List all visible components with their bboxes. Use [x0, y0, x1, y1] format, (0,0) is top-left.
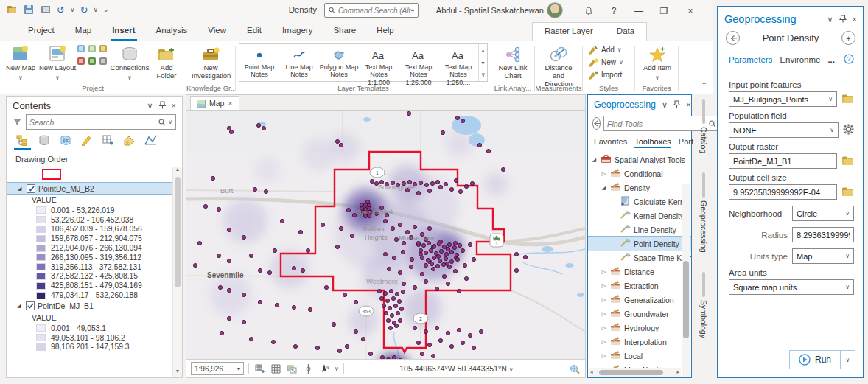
- tool-pane-close-icon[interactable]: ×: [853, 15, 857, 24]
- distance-direction-button[interactable]: Distance and Direction: [539, 43, 578, 88]
- tree-expander-icon[interactable]: ▷: [601, 353, 607, 359]
- tool-tab-parameters[interactable]: Parameters: [729, 55, 772, 64]
- boundary-layer-symbol[interactable]: [42, 169, 61, 180]
- output-cell-size-input[interactable]: 9.95235839999992E-04: [729, 184, 837, 200]
- folder-icon[interactable]: [841, 156, 854, 167]
- add-item-button[interactable]: Add Item∨: [638, 43, 676, 81]
- tree-item-kernel-density[interactable]: Kernel Density: [588, 209, 691, 223]
- run-options-icon[interactable]: ∨: [841, 350, 855, 369]
- gallery-expand-icon[interactable]: ⊽: [479, 69, 487, 81]
- layer-expander-icon[interactable]: ◢: [17, 303, 23, 309]
- gallery-up-icon[interactable]: ▲: [479, 44, 487, 57]
- avatar[interactable]: [547, 2, 563, 18]
- tree-item-space-time-kernel[interactable]: Space Time Kernel: [588, 251, 691, 265]
- add-grid-icon[interactable]: [253, 363, 265, 374]
- python-icon[interactable]: [88, 57, 97, 67]
- tree-item-spatial-analyst-tools[interactable]: ◢Spatial Analyst Tools: [588, 153, 691, 167]
- tool-tab-environme[interactable]: Environme: [780, 55, 820, 64]
- tool-tabs-overflow-icon[interactable]: ...: [827, 55, 835, 64]
- map-canvas[interactable]: BurtSevenmileSunningdaleMoose JawSpring …: [186, 111, 585, 359]
- close-icon[interactable]: ×: [684, 4, 697, 18]
- new-layout-button[interactable]: New Layout∨: [38, 43, 77, 81]
- ribbon-tab-share[interactable]: Share: [323, 22, 366, 41]
- layer-template-3[interactable]: Polygon Map Notes: [319, 44, 359, 81]
- project-package-icon[interactable]: [40, 4, 52, 15]
- gp-tab-toolboxes[interactable]: Toolboxes: [634, 137, 671, 146]
- north-arrow-icon[interactable]: N: [318, 363, 330, 374]
- import-map-icon[interactable]: [77, 44, 85, 55]
- tree-expander-icon[interactable]: ▷: [601, 297, 607, 303]
- output-raster-input[interactable]: PointDe_MJ_B1: [729, 153, 837, 169]
- gallery-down-icon[interactable]: ▼: [479, 57, 487, 69]
- layer-row-PointDe_MJ_B2[interactable]: ◢PointDe_MJ_B2: [7, 182, 182, 195]
- contents-scrollbar[interactable]: ▲ ▼: [172, 167, 182, 377]
- undo-icon[interactable]: ↺: [57, 5, 65, 15]
- crosshair-icon[interactable]: [302, 363, 314, 374]
- add-toolbox-icon[interactable]: [77, 57, 85, 67]
- grid-icon[interactable]: [270, 363, 281, 374]
- customize-qat-icon[interactable]: ⌄: [103, 6, 109, 13]
- input-point-features-input[interactable]: MJ_Builgings_Points∨: [729, 91, 837, 107]
- map-tab-close-icon[interactable]: ×: [228, 99, 232, 108]
- save-project-icon[interactable]: [23, 4, 35, 15]
- ribbon-tab-project[interactable]: Project: [18, 22, 65, 41]
- contextual-tab-data[interactable]: Data: [605, 23, 646, 41]
- gallery-scroll[interactable]: ▲▼⊽: [478, 44, 487, 81]
- contents-close-icon[interactable]: ×: [172, 101, 176, 110]
- drawing-order-icon[interactable]: [15, 133, 29, 147]
- tree-item-groundwater[interactable]: ▷Groundwater: [588, 307, 691, 321]
- layer-checkbox[interactable]: [26, 301, 35, 310]
- contents-dock-menu-icon[interactable]: ∨: [147, 101, 153, 111]
- selection-icon[interactable]: [58, 133, 72, 147]
- locate-icon[interactable]: [569, 363, 581, 374]
- gp-tab-favorites[interactable]: Favorites: [594, 137, 627, 146]
- tree-item-local[interactable]: ▷Local: [588, 349, 691, 363]
- gp-pin-icon[interactable]: [673, 100, 680, 110]
- command-search[interactable]: [324, 3, 419, 18]
- new-investigation-button[interactable]: New Investigation: [192, 43, 230, 80]
- units-type-input[interactable]: Map∨: [792, 248, 854, 264]
- contents-search-input[interactable]: [29, 118, 156, 127]
- dock-tab-geoprocessing[interactable]: Geoprocessing: [699, 172, 708, 253]
- radius-input[interactable]: 8.29363199999: [792, 227, 854, 242]
- new-link-chart-button[interactable]: New Link Chart: [494, 43, 532, 80]
- dock-tab-catalog[interactable]: Catalog: [699, 99, 708, 153]
- tree-expander-icon[interactable]: ◢: [591, 157, 598, 163]
- undo-dropdown-icon[interactable]: ∨: [70, 6, 75, 13]
- notifications-icon[interactable]: [582, 4, 595, 18]
- tree-item-hydrology[interactable]: ▷Hydrology: [588, 321, 691, 335]
- folder-icon[interactable]: [841, 94, 854, 105]
- styles-add-button[interactable]: Add∨: [589, 43, 623, 56]
- layer-template-6[interactable]: AaText Map Notes 1:250,...: [438, 44, 478, 81]
- new-map-button[interactable]: New Map∨: [1, 43, 40, 81]
- ribbon-tab-edit[interactable]: Edit: [237, 22, 272, 41]
- minimize-icon[interactable]: —: [632, 4, 645, 18]
- data-source-icon[interactable]: [37, 133, 51, 147]
- tool-add-to-model-icon[interactable]: +: [841, 31, 855, 45]
- tree-item-density[interactable]: ◢Density: [588, 181, 691, 195]
- scroll-down-icon[interactable]: ▼: [173, 369, 182, 377]
- gp-back-icon[interactable]: [592, 117, 601, 130]
- tree-expander-icon[interactable]: ▷: [601, 283, 607, 289]
- ribbon-tab-imagery[interactable]: Imagery: [272, 22, 323, 41]
- area-units-input[interactable]: Square map units∨: [729, 279, 854, 295]
- command-search-input[interactable]: [338, 7, 414, 15]
- contents-search[interactable]: ∨: [26, 114, 176, 130]
- tree-expander-icon[interactable]: ▷: [601, 171, 607, 177]
- tree-item-interpolation[interactable]: ▷Interpolation: [588, 335, 691, 349]
- combo-dropdown-icon[interactable]: ∨: [830, 127, 834, 133]
- combo-dropdown-icon[interactable]: ∨: [845, 210, 850, 217]
- layer-template-2[interactable]: Line Map Notes: [279, 44, 319, 81]
- swap-basemap-icon[interactable]: [286, 363, 298, 374]
- combo-dropdown-icon[interactable]: ∨: [828, 96, 833, 102]
- find-tools-input[interactable]: [607, 119, 707, 128]
- tool-pane-dock-menu-icon[interactable]: ∨: [827, 15, 833, 24]
- attribute-table-icon[interactable]: [99, 57, 108, 67]
- collapse-ribbon-icon[interactable]: ⌃: [701, 81, 707, 89]
- tree-item-distance[interactable]: ▷Distance: [588, 265, 691, 279]
- tree-item-conditional[interactable]: ▷Conditional: [588, 167, 691, 181]
- layer-row-PointDe_MJ_B1[interactable]: ◢PointDe_MJ_B1: [7, 300, 182, 313]
- tree-item-point-density[interactable]: Point Density: [588, 237, 691, 251]
- layer-expander-icon[interactable]: ◢: [18, 186, 24, 192]
- ribbon-tab-analysis[interactable]: Analysis: [146, 22, 198, 41]
